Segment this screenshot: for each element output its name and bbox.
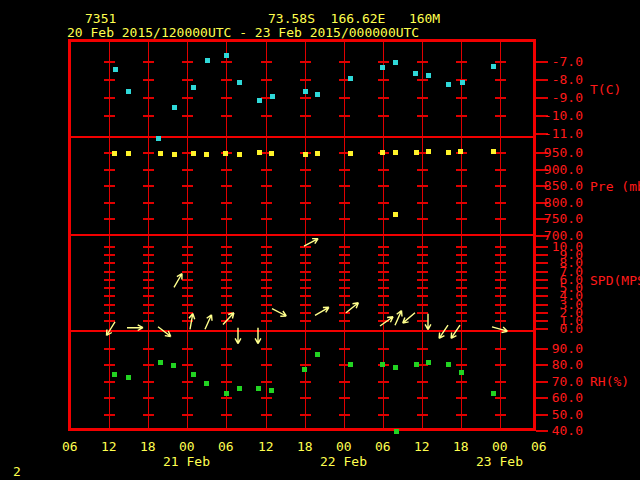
gridline-tick	[300, 414, 311, 416]
gridline-tick	[143, 61, 154, 63]
temperature-data-point	[315, 92, 320, 97]
gridline-tick	[378, 254, 389, 256]
relative_humidity-data-point	[426, 360, 431, 365]
relative_humidity-data-point	[446, 362, 451, 367]
gridline-tick	[261, 312, 272, 314]
pressure-data-point	[172, 152, 177, 157]
gridline-tick	[221, 287, 232, 289]
gridline-tick	[261, 414, 272, 416]
gridline-tick	[104, 246, 115, 248]
gridline-tick	[300, 97, 311, 99]
temperature-data-point	[413, 71, 418, 76]
temperature-data-point	[113, 67, 118, 72]
gridline-tick	[339, 218, 350, 220]
gridline-tick	[143, 254, 154, 256]
gridline-tick	[378, 79, 389, 81]
gridline-tick	[300, 202, 311, 204]
pressure-data-point	[348, 151, 353, 156]
right-axis-tick-label: 50.0	[538, 408, 583, 422]
temperature-data-point	[205, 58, 210, 63]
gridline-tick	[339, 397, 350, 399]
gridline-tick	[104, 287, 115, 289]
gridline-tick	[339, 61, 350, 63]
pressure-data-point	[204, 152, 209, 157]
gridline-tick	[456, 271, 467, 273]
right-axis-tick-label: -10.0	[538, 109, 583, 123]
gridline-tick	[456, 169, 467, 171]
station-id: 7351	[85, 12, 116, 26]
gridline-tick	[456, 262, 467, 264]
gridline-tick	[104, 414, 115, 416]
gridline-tick	[182, 262, 193, 264]
gridline-tick	[221, 115, 232, 117]
pressure-data-point	[446, 150, 451, 155]
relative_humidity-data-point	[158, 360, 163, 365]
gridline-tick	[221, 202, 232, 204]
gridline-tick	[456, 115, 467, 117]
relative_humidity-data-point	[112, 372, 117, 377]
time-period: 20 Feb 2015/120000UTC - 23 Feb 2015/0000…	[67, 26, 419, 40]
gridline-tick	[300, 218, 311, 220]
gridline-tick	[339, 414, 350, 416]
gridline-tick	[378, 97, 389, 99]
temperature-data-point	[426, 73, 431, 78]
gridline-tick	[378, 348, 389, 350]
gridline-tick	[143, 185, 154, 187]
gridline-tick	[182, 79, 193, 81]
gridline-tick	[339, 254, 350, 256]
gridline-tick	[143, 218, 154, 220]
pressure-data-point	[112, 151, 117, 156]
gridline-tick	[104, 115, 115, 117]
gridline-tick	[456, 348, 467, 350]
gridline-tick	[456, 381, 467, 383]
temperature-data-point	[460, 80, 465, 85]
station-location: 73.58S 166.62E 160M	[268, 12, 440, 26]
axis-unit-pressure: Pre (mb)	[590, 180, 640, 194]
gridline-tick	[143, 246, 154, 248]
gridline-tick	[417, 218, 428, 220]
relative_humidity-data-point	[269, 388, 274, 393]
gridline-tick	[417, 97, 428, 99]
gridline-tick	[378, 279, 389, 281]
gridline-tick	[378, 312, 389, 314]
right-axis-tick-label: 800.0	[538, 196, 583, 210]
gridline-tick	[378, 287, 389, 289]
relative_humidity-data-point	[348, 362, 353, 367]
gridline-tick	[143, 320, 154, 322]
time-axis-hour-label: 12	[101, 440, 117, 454]
gridline-tick	[182, 218, 193, 220]
gridline-tick	[104, 97, 115, 99]
gridline-tick	[104, 397, 115, 399]
gridline-tick	[182, 397, 193, 399]
time-axis-hour-label: 06	[62, 440, 78, 454]
gridline-tick	[417, 79, 428, 81]
gridline-tick	[261, 304, 272, 306]
right-axis-tick-label: 900.0	[538, 163, 583, 177]
gridline-tick	[104, 348, 115, 350]
right-axis-tick-label: 850.0	[538, 179, 583, 193]
gridline-tick	[300, 246, 311, 248]
gridline-tick	[339, 304, 350, 306]
gridline-tick	[104, 279, 115, 281]
gridline-tick	[143, 279, 154, 281]
gridline-tick	[417, 271, 428, 273]
gridline-tick	[182, 279, 193, 281]
gridline-tick	[300, 254, 311, 256]
gridline-tick	[300, 364, 311, 366]
gridline-tick	[417, 254, 428, 256]
gridline-tick	[143, 152, 154, 154]
gridline-tick	[417, 287, 428, 289]
gridline-tick	[417, 312, 428, 314]
temperature-data-point	[491, 64, 496, 69]
gridline-tick	[182, 295, 193, 297]
gridline-tick	[339, 246, 350, 248]
gridline-tick	[417, 61, 428, 63]
gridline-tick	[378, 246, 389, 248]
gridline-tick	[378, 414, 389, 416]
gridline-tick	[495, 202, 506, 204]
gridline-tick	[221, 312, 232, 314]
gridline-tick	[495, 295, 506, 297]
relative_humidity-data-point	[224, 391, 229, 396]
gridline-tick	[339, 320, 350, 322]
gridline-tick	[456, 254, 467, 256]
